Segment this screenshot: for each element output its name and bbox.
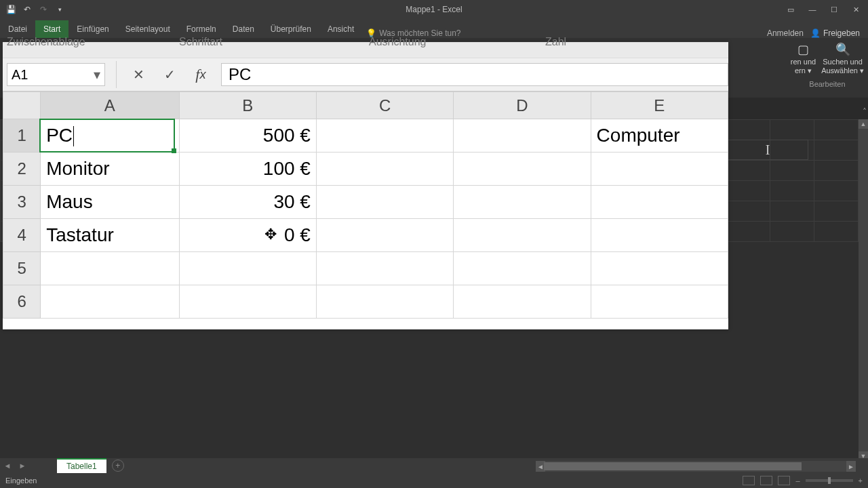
view-pagelayout-button[interactable] bbox=[760, 476, 772, 485]
cell-C1[interactable] bbox=[316, 119, 453, 152]
sheet-nav-prev[interactable]: ◄ bbox=[0, 462, 15, 470]
cell-A3[interactable]: Maus bbox=[41, 186, 179, 219]
cell-value: PC bbox=[46, 125, 73, 146]
cell-E2[interactable] bbox=[591, 152, 728, 186]
confirm-edit-button[interactable]: ✓ bbox=[159, 64, 180, 85]
row-header-6[interactable]: 6 bbox=[3, 285, 41, 319]
sheet-nav-next[interactable]: ► bbox=[15, 462, 30, 470]
status-bar: Eingeben – + bbox=[0, 473, 868, 488]
separator bbox=[116, 61, 117, 88]
cell-A2[interactable]: Monitor bbox=[41, 152, 179, 186]
col-header-A[interactable]: A bbox=[41, 92, 179, 119]
scroll-up-icon[interactable]: ▲ bbox=[859, 119, 868, 129]
cell-value: 0 € bbox=[284, 224, 311, 245]
cell-E5[interactable] bbox=[591, 252, 728, 285]
cell-C5[interactable] bbox=[316, 252, 453, 285]
scroll-thumb[interactable] bbox=[544, 462, 802, 470]
tab-ansicht[interactable]: Ansicht bbox=[319, 20, 362, 38]
spreadsheet-grid[interactable]: A B C D E 1 PC 500 € Computer 2 Monitor … bbox=[3, 92, 728, 329]
text-caret bbox=[73, 126, 74, 146]
cell-A6[interactable] bbox=[41, 285, 179, 319]
share-button[interactable]: 👤 Freigeben bbox=[810, 28, 860, 38]
zoom-slider[interactable] bbox=[806, 479, 853, 482]
cell-B2[interactable]: 100 € bbox=[179, 152, 316, 186]
group-label-zwischenablage: Zwischenablage bbox=[7, 36, 85, 48]
zoom-in-button[interactable]: + bbox=[859, 476, 863, 485]
filter-label-2: ern ▾ bbox=[791, 66, 816, 76]
row-header-3[interactable]: 3 bbox=[3, 186, 41, 219]
cell-E6[interactable] bbox=[591, 285, 728, 319]
minimize-button[interactable]: — bbox=[803, 3, 822, 16]
chevron-down-icon[interactable]: ▾ bbox=[94, 66, 100, 83]
vertical-scrollbar[interactable]: ▲ ▼ bbox=[859, 119, 868, 461]
row-header-4[interactable]: 4 bbox=[3, 219, 41, 252]
cell-B6[interactable] bbox=[179, 285, 316, 319]
col-header-B[interactable]: B bbox=[179, 92, 316, 119]
cell-E3[interactable] bbox=[591, 186, 728, 219]
filter-label-1: ren und bbox=[791, 58, 816, 67]
cell-D3[interactable] bbox=[454, 186, 591, 219]
sheet-tab-active[interactable]: Tabelle1 bbox=[57, 458, 106, 473]
zoom-overlay: Zwischenablage Schriftart Ausrichtung Za… bbox=[3, 42, 728, 329]
view-normal-button[interactable] bbox=[743, 476, 755, 485]
cursor-icon: I bbox=[766, 142, 770, 158]
signin-link[interactable]: Anmelden bbox=[767, 28, 804, 38]
group-label-bearbeiten: Bearbeiten bbox=[791, 80, 864, 89]
zoom-ribbon-strip: Zwischenablage Schriftart Ausrichtung Za… bbox=[3, 43, 728, 58]
background-formula-input[interactable]: I bbox=[727, 140, 808, 160]
filter-icon[interactable]: ▢ bbox=[791, 42, 816, 58]
cell-B3[interactable]: 30 € bbox=[179, 186, 316, 219]
cell-D4[interactable] bbox=[454, 219, 591, 252]
formula-bar: A1 ▾ ✕ ✓ fx PC bbox=[3, 58, 728, 92]
row-header-2[interactable]: 2 bbox=[3, 152, 41, 186]
cell-C3[interactable] bbox=[316, 186, 453, 219]
collapse-ribbon-icon[interactable]: ˄ bbox=[863, 107, 867, 117]
view-pagebreak-button[interactable] bbox=[778, 476, 790, 485]
select-all-corner[interactable] bbox=[3, 92, 41, 119]
cell-E1[interactable]: Computer bbox=[591, 119, 728, 152]
save-icon[interactable]: 💾 bbox=[5, 4, 16, 15]
cell-B1[interactable]: 500 € bbox=[179, 119, 316, 152]
tab-ueberpruefen[interactable]: Überprüfen bbox=[262, 20, 319, 38]
tab-seitenlayout[interactable]: Seitenlayout bbox=[117, 20, 178, 38]
cell-A1[interactable]: PC bbox=[41, 119, 179, 152]
redo-icon: ↷ bbox=[38, 4, 49, 15]
name-box[interactable]: A1 ▾ bbox=[7, 63, 105, 86]
cell-C2[interactable] bbox=[316, 152, 453, 186]
cell-C6[interactable] bbox=[316, 285, 453, 319]
undo-icon[interactable]: ↶ bbox=[22, 4, 33, 15]
cell-A5[interactable] bbox=[41, 252, 179, 285]
search-label-2: Auswählen ▾ bbox=[821, 66, 864, 76]
ribbon-options-icon[interactable]: ▭ bbox=[781, 3, 800, 16]
cell-E4[interactable] bbox=[591, 219, 728, 252]
search-icon[interactable]: 🔍 bbox=[821, 42, 864, 58]
close-button[interactable]: ✕ bbox=[846, 3, 865, 16]
cell-D2[interactable] bbox=[454, 152, 591, 186]
formula-input[interactable]: PC bbox=[221, 63, 728, 86]
col-header-E[interactable]: E bbox=[591, 92, 728, 119]
cell-D1[interactable] bbox=[454, 119, 591, 152]
fx-button[interactable]: fx bbox=[190, 64, 212, 85]
search-label-1: Suchen und bbox=[821, 58, 864, 67]
maximize-button[interactable]: ☐ bbox=[825, 3, 844, 16]
row-header-5[interactable]: 5 bbox=[3, 252, 41, 285]
add-sheet-button[interactable]: + bbox=[112, 460, 124, 472]
cell-D6[interactable] bbox=[454, 285, 591, 319]
cell-D5[interactable] bbox=[454, 252, 591, 285]
qa-customize-icon[interactable]: ▾ bbox=[54, 4, 65, 15]
zoom-out-button[interactable]: – bbox=[795, 476, 800, 485]
group-label-schriftart: Schriftart bbox=[179, 36, 222, 48]
cancel-edit-button[interactable]: ✕ bbox=[127, 64, 149, 85]
cell-A4[interactable]: Tastatur bbox=[41, 219, 179, 252]
cell-C4[interactable] bbox=[316, 219, 453, 252]
cell-B4[interactable]: ✥ 0 € bbox=[179, 219, 316, 252]
scroll-right-icon[interactable]: ► bbox=[846, 461, 856, 472]
row-header-1[interactable]: 1 bbox=[3, 119, 41, 152]
cell-B5[interactable] bbox=[179, 252, 316, 285]
col-header-C[interactable]: C bbox=[316, 92, 453, 119]
status-mode: Eingeben bbox=[5, 476, 37, 485]
col-header-D[interactable]: D bbox=[454, 92, 591, 119]
group-label-zahl: Zahl bbox=[545, 36, 566, 48]
horizontal-scrollbar[interactable]: ◄ ► bbox=[536, 461, 856, 472]
tab-daten[interactable]: Daten bbox=[224, 20, 262, 38]
